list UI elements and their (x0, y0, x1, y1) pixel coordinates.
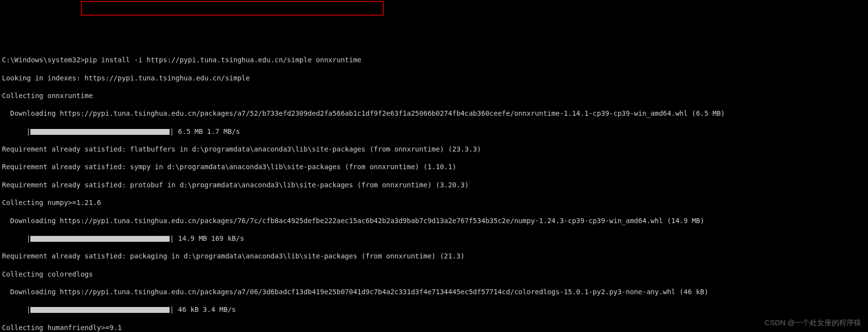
terminal-output: Requirement already satisfied: flatbuffe… (2, 145, 868, 153)
terminal-output: Downloading https://pypi.tuna.tsinghua.e… (2, 216, 868, 225)
progress-bar-row: || 14.9 MB 169 kB/s (2, 234, 868, 243)
terminal-output: Downloading https://pypi.tuna.tsinghua.e… (2, 287, 868, 296)
progress-bar-row: || 46 kB 3.4 MB/s (2, 305, 868, 314)
terminal-output: Requirement already satisfied: sympy in … (2, 162, 868, 171)
progress-bar-row: || 6.5 MB 1.7 MB/s (2, 127, 868, 136)
terminal-line[interactable]: C:\Windows\system32>pip install -i https… (2, 55, 868, 64)
terminal-output: Looking in indexes: https://pypi.tuna.ts… (2, 74, 868, 82)
terminal-output: Downloading https://pypi.tuna.tsinghua.e… (2, 109, 868, 118)
command-text: pip install -i https://pypi.tuna.tsinghu… (85, 56, 362, 64)
progress-bar-text: | 6.5 MB 1.7 MB/s (170, 128, 240, 135)
progress-bar-text: | 46 kB 3.4 MB/s (170, 306, 236, 313)
terminal-output: Collecting humanfriendly>=9.1 (2, 323, 868, 332)
command-highlight-box (81, 1, 384, 16)
terminal-output: Collecting coloredlogs (2, 270, 868, 279)
terminal-output: Collecting onnxruntime (2, 91, 868, 100)
terminal-output: Collecting numpy>=1.21.6 (2, 198, 868, 207)
progress-bar-fill (30, 129, 170, 135)
terminal-output: Requirement already satisfied: packaging… (2, 252, 868, 260)
progress-bar-fill (30, 236, 170, 242)
prompt-prefix: C:\Windows\system32> (2, 56, 85, 64)
progress-bar-text: | 14.9 MB 169 kB/s (170, 234, 244, 242)
terminal-output: Requirement already satisfied: protobuf … (2, 180, 868, 189)
progress-bar-fill (30, 307, 170, 313)
